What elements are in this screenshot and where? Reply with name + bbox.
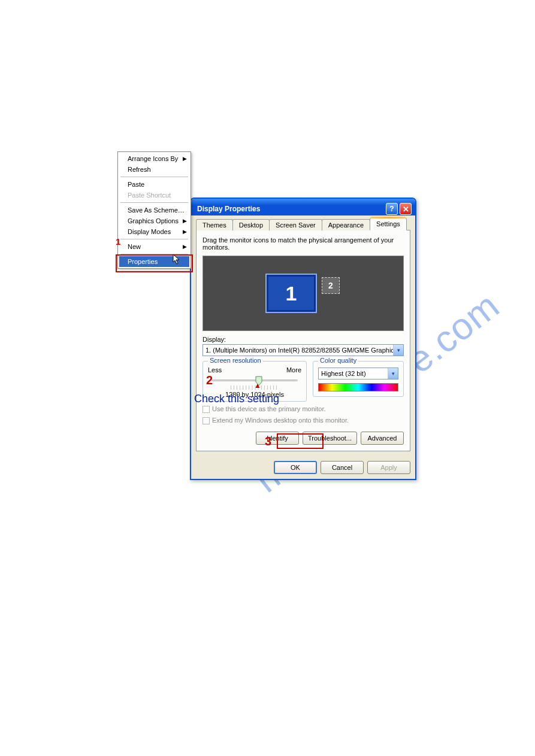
display-dropdown-value: 1. (Multiple Monitors) on Intel(R) 82852… bbox=[203, 347, 393, 354]
menu-label: Arrange Icons By bbox=[128, 155, 178, 162]
panel-buttons: Identify Troubleshoot... Advanced bbox=[202, 432, 404, 445]
extend-desktop-checkbox bbox=[202, 417, 210, 424]
tab-strip: Themes Desktop Screen Saver Appearance S… bbox=[196, 219, 410, 230]
tab-panel-settings: Drag the monitor icons to match the phys… bbox=[196, 230, 410, 451]
menu-display-modes[interactable]: Display Modes ▶ bbox=[119, 226, 189, 237]
monitor-1-icon[interactable]: 1 bbox=[267, 275, 316, 312]
cursor-pointer-icon bbox=[173, 254, 182, 268]
extend-desktop-label: Extend my Windows desktop onto this moni… bbox=[212, 417, 349, 424]
menu-label: New bbox=[128, 243, 141, 250]
primary-monitor-checkbox bbox=[202, 406, 210, 413]
desktop-context-menu: Arrange Icons By ▶ Refresh Paste Paste S… bbox=[117, 151, 191, 269]
menu-arrange-icons[interactable]: Arrange Icons By ▶ bbox=[119, 153, 189, 164]
menu-separator bbox=[120, 202, 188, 203]
check-this-setting-label: Check this setting bbox=[194, 393, 279, 405]
color-quality-value: Highest (32 bit) bbox=[319, 370, 388, 377]
help-button[interactable]: ? bbox=[386, 203, 398, 215]
submenu-arrow-icon: ▶ bbox=[183, 244, 187, 250]
display-label: Display: bbox=[202, 336, 404, 343]
cancel-button[interactable]: Cancel bbox=[321, 461, 364, 474]
primary-monitor-label: Use this device as the primary monitor. bbox=[212, 405, 326, 412]
window-body: Themes Desktop Screen Saver Appearance S… bbox=[191, 215, 415, 456]
menu-save-scheme[interactable]: Save As Scheme… bbox=[119, 205, 189, 215]
identify-button[interactable]: Identify bbox=[256, 432, 299, 445]
menu-paste[interactable]: Paste bbox=[119, 179, 189, 190]
primary-monitor-checkbox-row: Use this device as the primary monitor. bbox=[202, 405, 404, 413]
step-marker-2: 2 bbox=[206, 374, 213, 387]
monitor-arrangement-area[interactable]: 1 2 bbox=[202, 256, 404, 331]
screen-resolution-legend: Screen resolution bbox=[208, 357, 263, 364]
advanced-button[interactable]: Advanced bbox=[361, 432, 404, 445]
slider-less-label: Less bbox=[208, 366, 222, 374]
submenu-arrow-icon: ▶ bbox=[183, 156, 187, 162]
menu-label: Display Modes bbox=[128, 228, 171, 235]
tab-screen-saver[interactable]: Screen Saver bbox=[269, 219, 322, 230]
tab-desktop[interactable]: Desktop bbox=[232, 219, 270, 230]
menu-label: Graphics Options bbox=[128, 217, 179, 224]
menu-new[interactable]: New ▶ bbox=[119, 241, 189, 252]
menu-paste-shortcut: Paste Shortcut bbox=[119, 190, 189, 201]
menu-separator bbox=[120, 177, 188, 177]
menu-refresh[interactable]: Refresh bbox=[119, 164, 189, 175]
menu-graphics-options[interactable]: Graphics Options ▶ bbox=[119, 215, 189, 226]
apply-button: Apply bbox=[367, 461, 410, 474]
color-quality-dropdown[interactable]: Highest (32 bit) ▾ bbox=[318, 368, 398, 379]
red-arrow-icon: ▲ bbox=[254, 381, 261, 390]
display-properties-window: Display Properties ? ✕ Themes Desktop Sc… bbox=[190, 198, 416, 480]
tab-appearance[interactable]: Appearance bbox=[322, 219, 370, 230]
dropdown-arrow-icon[interactable]: ▾ bbox=[393, 345, 403, 356]
close-button[interactable]: ✕ bbox=[400, 203, 412, 215]
submenu-arrow-icon: ▶ bbox=[183, 218, 187, 224]
drag-instruction-label: Drag the monitor icons to match the phys… bbox=[202, 236, 404, 251]
window-buttons: OK Cancel Apply bbox=[191, 456, 415, 479]
color-quality-legend: Color quality bbox=[318, 357, 358, 364]
troubleshoot-button[interactable]: Troubleshoot... bbox=[303, 432, 357, 445]
window-title: Display Properties bbox=[197, 205, 384, 213]
extend-desktop-checkbox-row: Extend my Windows desktop onto this moni… bbox=[202, 417, 404, 424]
ok-button[interactable]: OK bbox=[274, 461, 317, 474]
monitor-2-icon[interactable]: 2 bbox=[322, 277, 340, 294]
dropdown-arrow-icon[interactable]: ▾ bbox=[388, 368, 398, 379]
submenu-arrow-icon: ▶ bbox=[183, 229, 187, 235]
titlebar[interactable]: Display Properties ? ✕ bbox=[191, 199, 415, 215]
step-marker-1: 1 bbox=[116, 236, 120, 247]
step-marker-3: 3 bbox=[265, 435, 271, 448]
tab-settings[interactable]: Settings bbox=[370, 218, 407, 230]
menu-separator bbox=[120, 239, 188, 239]
slider-more-label: More bbox=[286, 366, 301, 374]
color-gradient-strip bbox=[318, 383, 398, 391]
color-quality-group: Color quality Highest (32 bit) ▾ bbox=[313, 361, 404, 397]
display-dropdown[interactable]: 1. (Multiple Monitors) on Intel(R) 82852… bbox=[202, 344, 404, 356]
tab-themes[interactable]: Themes bbox=[196, 219, 233, 230]
